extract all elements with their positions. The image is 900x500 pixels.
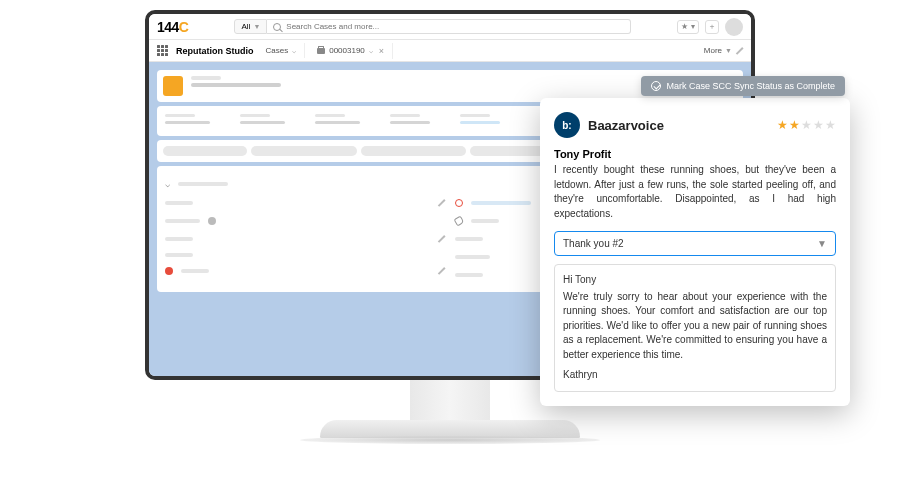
- pencil-icon[interactable]: [437, 235, 445, 243]
- star-icon: ★: [813, 118, 824, 132]
- response-signoff: Kathryn: [563, 368, 827, 383]
- monitor-shadow: [300, 436, 600, 444]
- response-greeting: Hi Tony: [563, 273, 827, 288]
- search-box: [267, 19, 631, 34]
- chevron-down-icon: ⌵: [369, 47, 373, 55]
- search-scope-dropdown[interactable]: All ▼: [234, 19, 267, 34]
- logo-accent: C: [179, 19, 189, 35]
- star-icon: ★: [801, 118, 812, 132]
- info-icon: [208, 217, 216, 225]
- chevron-down-icon: ▼: [725, 47, 732, 54]
- status-dot-icon: [165, 267, 173, 275]
- nav-more-label: More: [704, 46, 722, 55]
- user-avatar[interactable]: [725, 18, 743, 36]
- pencil-icon[interactable]: [735, 47, 743, 55]
- close-tab-icon[interactable]: ×: [379, 46, 384, 56]
- briefcase-icon: [317, 48, 325, 54]
- app-logo: 144C: [157, 19, 188, 35]
- response-text-box[interactable]: Hi Tony We're truly sorry to hear about …: [554, 264, 836, 392]
- star-icon: ★: [825, 118, 836, 132]
- nav-bar: Reputation Studio Cases ⌵ 00003190 ⌵ × M…: [149, 40, 751, 62]
- check-circle-icon: [651, 81, 661, 91]
- chevron-down-icon: ▼: [253, 23, 260, 30]
- field-row: [165, 248, 445, 262]
- tab-case-number: 00003190: [329, 46, 365, 55]
- pencil-icon[interactable]: [437, 199, 445, 207]
- field-row: [165, 212, 445, 230]
- tab-cases-label: Cases: [266, 46, 289, 55]
- app-name: Reputation Studio: [176, 46, 254, 56]
- reviewer-name: Tony Profit: [554, 148, 836, 160]
- nav-more[interactable]: More ▼: [704, 46, 743, 55]
- search-scope-label: All: [241, 22, 250, 31]
- review-body: I recently bought these running shoes, b…: [554, 163, 836, 221]
- sync-button-label: Mark Case SCC Sync Status as Complete: [666, 81, 835, 91]
- review-popover: b: Baazarvoice ★ ★ ★ ★ ★ Tony Profit I r…: [540, 98, 850, 406]
- global-search: All ▼: [234, 19, 631, 34]
- template-selected-label: Thank you #2: [563, 238, 624, 249]
- chevron-down-icon: ⌵: [292, 47, 296, 55]
- phone-icon: [454, 216, 465, 227]
- star-icon: ★: [789, 118, 800, 132]
- response-body: We're truly sorry to hear about your exp…: [563, 290, 827, 363]
- review-source-name: Baazarvoice: [588, 118, 664, 133]
- warning-icon: [455, 199, 463, 207]
- bazaarvoice-logo-icon: b:: [554, 112, 580, 138]
- star-icon: ★: [777, 118, 788, 132]
- pencil-icon[interactable]: [437, 267, 445, 275]
- star-rating: ★ ★ ★ ★ ★: [777, 118, 836, 132]
- search-icon: [273, 23, 281, 31]
- field-row: [165, 230, 445, 248]
- chevron-down-icon: ▼: [817, 238, 827, 249]
- field-row: [165, 262, 445, 280]
- response-template-select[interactable]: Thank you #2 ▼: [554, 231, 836, 256]
- tab-case-record[interactable]: 00003190 ⌵ ×: [309, 43, 393, 59]
- field-row: [165, 194, 445, 212]
- record-type-icon: [163, 76, 183, 96]
- tab-cases[interactable]: Cases ⌵: [258, 43, 306, 58]
- chevron-down-icon[interactable]: ⌵: [165, 179, 170, 189]
- add-button[interactable]: ＋: [705, 20, 719, 34]
- app-launcher-icon[interactable]: [157, 45, 168, 56]
- search-input[interactable]: [286, 22, 624, 31]
- mark-sync-complete-button[interactable]: Mark Case SCC Sync Status as Complete: [641, 76, 845, 96]
- logo-text: 144: [157, 19, 179, 35]
- top-actions: ★ ▾ ＋: [677, 18, 743, 36]
- monitor-stand-neck: [410, 380, 490, 420]
- review-header: b: Baazarvoice ★ ★ ★ ★ ★: [554, 112, 836, 138]
- favorites-button[interactable]: ★ ▾: [677, 20, 699, 34]
- top-bar: 144C All ▼ ★ ▾ ＋: [149, 14, 751, 40]
